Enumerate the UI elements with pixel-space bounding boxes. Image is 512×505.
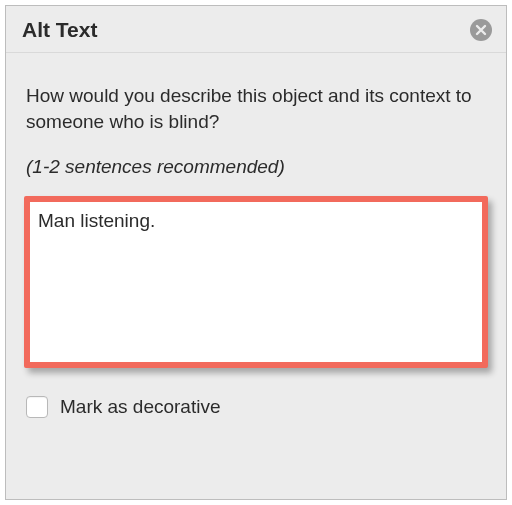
close-button[interactable]: [470, 19, 492, 41]
prompt-text: How would you describe this object and i…: [26, 83, 486, 134]
panel-title: Alt Text: [22, 18, 97, 42]
alt-text-input[interactable]: [30, 202, 482, 362]
decorative-checkbox[interactable]: [26, 396, 48, 418]
decorative-checkbox-row: Mark as decorative: [26, 396, 486, 418]
alt-text-panel: Alt Text How would you describe this obj…: [5, 5, 507, 500]
textarea-highlight: [24, 196, 488, 368]
decorative-checkbox-label: Mark as decorative: [60, 396, 221, 418]
hint-text: (1-2 sentences recommended): [26, 156, 486, 178]
close-icon: [475, 24, 487, 36]
panel-header: Alt Text: [6, 6, 506, 53]
panel-content: How would you describe this object and i…: [6, 53, 506, 418]
